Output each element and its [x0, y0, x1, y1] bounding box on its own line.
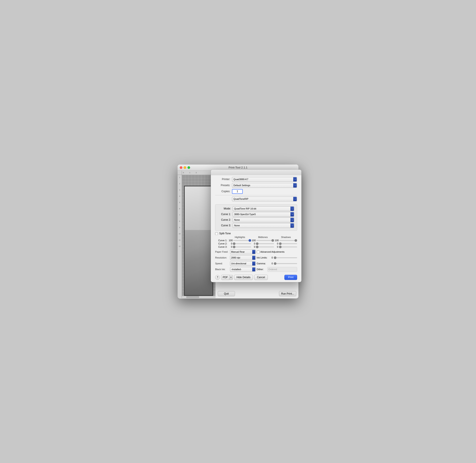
- black-ink-select[interactable]: -Installed-: [230, 267, 256, 272]
- mode-select[interactable]: QuadTone RIP 16-bit: [233, 206, 294, 211]
- close-button[interactable]: [180, 166, 182, 169]
- curve3-row: Curve 3: None ⌄: [218, 223, 294, 228]
- resolution-label: Resolution:: [215, 256, 229, 259]
- curve2-split-label: Curve 2:: [215, 242, 228, 245]
- help-button[interactable]: ?: [215, 275, 220, 280]
- curve2-row: Curve 2: None ⌄: [218, 217, 294, 222]
- ink-limits-val: 0: [272, 256, 273, 259]
- c3s-val: 0: [275, 246, 278, 248]
- hide-details-button[interactable]: Hide Details: [234, 275, 253, 280]
- speed-label: Speed:: [215, 262, 229, 265]
- c3m-val: 0: [252, 246, 255, 248]
- run-print-button[interactable]: Run Print...: [279, 291, 296, 296]
- copies-label: Copies:: [215, 190, 230, 193]
- window-title: Print-Tool 2.1.1: [228, 166, 247, 169]
- black-ink-label: Black Ink:: [215, 268, 229, 271]
- curve2-highlights-slider[interactable]: [233, 243, 251, 244]
- curve1-highlights-slider[interactable]: [233, 240, 251, 241]
- speed-select[interactable]: Uni-directional: [230, 261, 256, 266]
- driver-select[interactable]: QuadToneRIP: [232, 196, 297, 201]
- c2m-val: 0: [252, 242, 255, 245]
- canvas-area: 0 1 2 1 2 3 4 5 6 7 8 9 10 11 12: [178, 171, 215, 298]
- dialog-body: Printer: Quad3880-K7 ⌄ Presets: Default …: [211, 175, 298, 204]
- mode-row: Mode: QuadTone RIP 16-bit ⌄: [218, 206, 294, 211]
- ruler-horizontal: 0 1 2: [182, 171, 215, 175]
- paper-feed-label: Paper Feed:: [215, 250, 229, 253]
- black-ink-row: Black Ink: -Installed-: [215, 267, 256, 272]
- split-tone-checkbox[interactable]: [215, 232, 218, 235]
- mode-section: Mode: QuadTone RIP 16-bit ⌄ Curve 1: 388…: [215, 204, 297, 231]
- curve3-select[interactable]: None: [233, 223, 294, 228]
- ink-limits-slider[interactable]: [274, 257, 297, 258]
- curve3-midtones-slider[interactable]: [256, 246, 274, 247]
- curve3-highlights-slider[interactable]: [233, 246, 251, 247]
- dialog-titlebar: [211, 169, 298, 175]
- presets-select[interactable]: Default Settings: [232, 183, 297, 188]
- curve2-shadows-slider[interactable]: [279, 243, 297, 244]
- copies-row: Copies:: [215, 189, 297, 194]
- adv-adj-label: Advanced Adjustments: [260, 250, 285, 253]
- split-grid: Highlights Midtones Shadows Curve 1: 100…: [215, 236, 297, 248]
- ink-limits-row: Ink Limits: 0: [257, 255, 297, 260]
- horizontal-scrollbar[interactable]: [182, 296, 215, 298]
- speed-row: Speed: Uni-directional: [215, 261, 256, 266]
- dither-row: Dither: Ordered: [257, 267, 297, 272]
- presets-row: Presets: Default Settings ⌄: [215, 183, 297, 188]
- ruler-corner: [178, 171, 182, 175]
- ruler-vertical: 1 2 3 4 5 6 7 8 9 10 11 12: [178, 175, 182, 298]
- adv-adj-row: Advanced Adjustments: [257, 249, 297, 254]
- print-button[interactable]: Print: [284, 275, 297, 280]
- dialog-footer: ? PDF ▾ Hide Details Cancel Print: [211, 273, 298, 280]
- paper-section: Paper Feed: Manual Rear Advanced Adjustm…: [211, 248, 298, 273]
- gamma-val: 0: [272, 262, 273, 265]
- split-tone-header: Split-Tone: [215, 232, 297, 235]
- bottom-bar: Quit Run Print...: [216, 289, 298, 298]
- paper-feed-select[interactable]: Manual Rear: [230, 249, 256, 254]
- gamma-label: Gamma:: [257, 262, 271, 265]
- cancel-button[interactable]: Cancel: [254, 275, 268, 280]
- c2h-val: 0: [229, 242, 232, 245]
- curve3-label: Curve 3:: [218, 224, 231, 227]
- curve1-label: Curve 1:: [218, 213, 231, 216]
- shadows-header: Shadows: [275, 236, 297, 238]
- c1m-val: 100: [252, 239, 256, 242]
- adv-adj-checkbox[interactable]: [257, 250, 260, 253]
- maximize-button[interactable]: [188, 166, 190, 169]
- curve2-label: Curve 2:: [218, 218, 231, 221]
- gamma-row: Gamma: 0: [257, 261, 297, 266]
- pdf-button[interactable]: PDF: [221, 275, 229, 280]
- curve1-row: Curve 1: 3880-SpecEd-Type5 ⌄: [218, 212, 294, 217]
- pdf-wrap: PDF ▾: [221, 275, 233, 280]
- curve1-midtones-slider[interactable]: [256, 240, 274, 241]
- c2s-val: 0: [275, 242, 278, 245]
- printer-label: Printer:: [215, 178, 230, 181]
- c1h-val: 100: [229, 239, 233, 242]
- curve2-midtones-slider[interactable]: [256, 243, 274, 244]
- driver-row: QuadToneRIP ⌄: [215, 196, 297, 201]
- dither-label: Dither:: [257, 268, 267, 271]
- c1s-val: 100: [275, 239, 278, 242]
- quit-button[interactable]: Quit: [218, 291, 235, 296]
- curve3-shadows-slider[interactable]: [279, 246, 297, 247]
- minimize-button[interactable]: [184, 166, 186, 169]
- printer-row: Printer: Quad3880-K7 ⌄: [215, 177, 297, 182]
- curve2-select[interactable]: None: [233, 217, 294, 222]
- mode-label: Mode:: [218, 207, 231, 210]
- split-tone-section: Split-Tone Highlights Midtones Shadows C…: [211, 232, 298, 248]
- highlights-header: Highlights: [229, 236, 251, 238]
- curve1-split-label: Curve 1:: [215, 239, 228, 242]
- split-tone-label: Split-Tone: [219, 232, 231, 235]
- curve1-select[interactable]: 3880-SpecEd-Type5: [233, 212, 294, 217]
- printer-select[interactable]: Quad3880-K7: [232, 177, 297, 182]
- gamma-slider[interactable]: [274, 263, 297, 264]
- copies-input[interactable]: [232, 189, 243, 194]
- canvas-content[interactable]: [182, 175, 215, 298]
- resolution-row: Resolution: 2880 dpi: [215, 255, 256, 260]
- print-dialog: Printer: Quad3880-K7 ⌄ Presets: Default …: [211, 169, 298, 282]
- ink-limits-label: Ink Limits:: [257, 256, 271, 259]
- curve3-split-label: Curve 3:: [215, 246, 228, 248]
- curve1-shadows-slider[interactable]: [279, 240, 297, 241]
- presets-label: Presets:: [215, 184, 230, 187]
- pdf-arrow-button[interactable]: ▾: [229, 275, 233, 280]
- resolution-select[interactable]: 2880 dpi: [230, 255, 256, 260]
